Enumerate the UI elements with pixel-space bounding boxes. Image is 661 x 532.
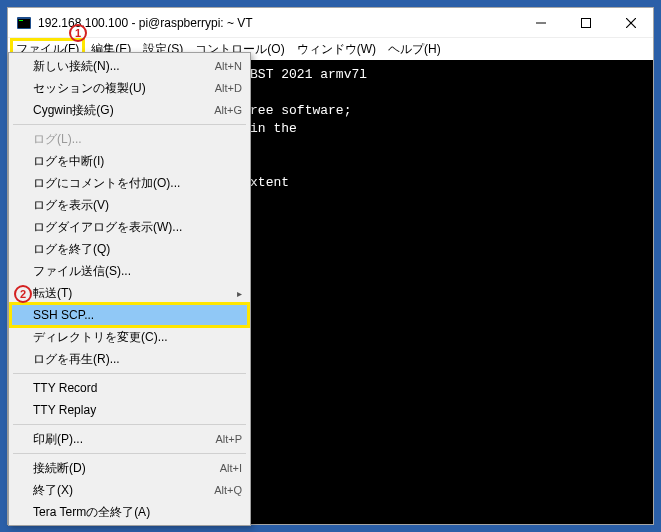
app-icon (16, 15, 32, 31)
menu-log-replay[interactable]: ログを再生(R)... (11, 348, 248, 370)
menu-exit[interactable]: 終了(X) Alt+Q (11, 479, 248, 501)
menu-log-pause[interactable]: ログを中断(I) (11, 150, 248, 172)
menu-cygwin-connection[interactable]: Cygwin接続(G) Alt+G (11, 99, 248, 121)
menu-log[interactable]: ログ(L)... (11, 128, 248, 150)
menu-separator (13, 453, 246, 454)
menu-send-file[interactable]: ファイル送信(S)... (11, 260, 248, 282)
menu-tty-replay[interactable]: TTY Replay (11, 399, 248, 421)
close-button[interactable] (608, 8, 653, 38)
annotation-callout-1: 1 (69, 24, 87, 42)
menu-log-show[interactable]: ログを表示(V) (11, 194, 248, 216)
menu-log-dialog[interactable]: ログダイアログを表示(W)... (11, 216, 248, 238)
file-menu-dropdown: 新しい接続(N)... Alt+N セッションの複製(U) Alt+D Cygw… (8, 52, 251, 526)
menu-disconnect[interactable]: 接続断(D) Alt+I (11, 457, 248, 479)
menu-separator (13, 373, 246, 374)
title-bar: 192.168.100.100 - pi@raspberrypi: ~ VT (8, 8, 653, 38)
svg-rect-2 (19, 20, 23, 21)
menu-help[interactable]: ヘルプ(H) (382, 39, 447, 60)
menu-exit-all[interactable]: Tera Termの全終了(A) (11, 501, 248, 523)
menu-separator (13, 124, 246, 125)
minimize-button[interactable] (518, 8, 563, 38)
menu-ssh-scp[interactable]: SSH SCP... (11, 304, 248, 326)
menu-tty-record[interactable]: TTY Record (11, 377, 248, 399)
menu-log-comment[interactable]: ログにコメントを付加(O)... (11, 172, 248, 194)
menu-change-dir[interactable]: ディレクトリを変更(C)... (11, 326, 248, 348)
annotation-callout-2: 2 (14, 285, 32, 303)
menu-new-connection[interactable]: 新しい接続(N)... Alt+N (11, 55, 248, 77)
menu-window[interactable]: ウィンドウ(W) (291, 39, 382, 60)
menu-log-end[interactable]: ログを終了(Q) (11, 238, 248, 260)
menu-print[interactable]: 印刷(P)... Alt+P (11, 428, 248, 450)
svg-rect-4 (581, 18, 590, 27)
menu-duplicate-session[interactable]: セッションの複製(U) Alt+D (11, 77, 248, 99)
maximize-button[interactable] (563, 8, 608, 38)
menu-transfer[interactable]: 転送(T) (11, 282, 248, 304)
menu-separator (13, 424, 246, 425)
